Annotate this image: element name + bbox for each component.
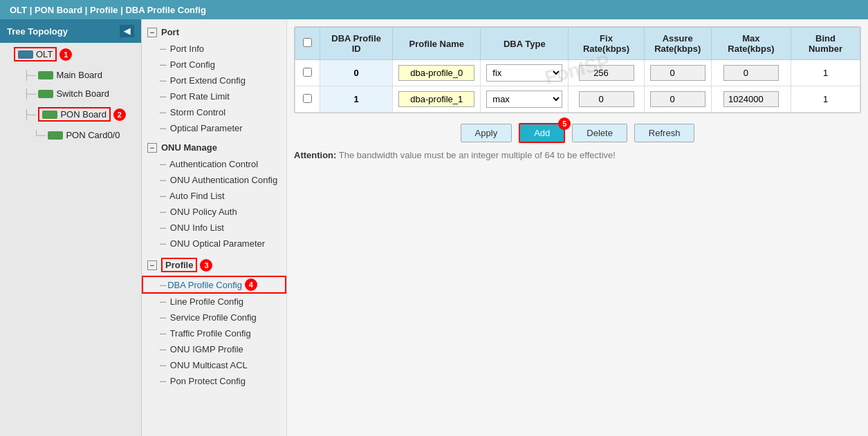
tree-item-mainboard[interactable]: ├─ Main Board [19, 68, 141, 82]
profile-section-label: Profile [165, 260, 193, 270]
nav-item-optical-param[interactable]: ─ Optical Parameter [142, 120, 286, 136]
add-button-wrapper: Add 5 [519, 123, 565, 143]
nav-item-auto-find[interactable]: ─ Auto Find List [142, 188, 286, 204]
row0-assure-rate-cell [644, 60, 711, 86]
row0-dba-type-select[interactable]: fix assure max fixed-assure assure-max [486, 64, 562, 82]
nav-item-onu-auth[interactable]: ─ ONU Authentication Config [142, 172, 286, 188]
switchboard-label: Switch Board [56, 88, 109, 99]
nav-section-port: − Port ─ Port Info ─ Port Config ─ Port … [142, 23, 286, 136]
connector: └─ [33, 130, 46, 140]
row0-profile-name-cell [393, 60, 481, 86]
connector: ├─ [24, 88, 36, 99]
nav-item-onu-info[interactable]: ─ ONU Info List [142, 220, 286, 236]
nav-section-onu-header[interactable]: − ONU Manage [142, 139, 286, 156]
row0-profile-name-input[interactable] [398, 65, 474, 81]
mainboard-icon [38, 71, 53, 79]
refresh-button[interactable]: Refresh [634, 124, 695, 142]
row1-bind-number: 1 [791, 86, 860, 113]
col-bind-number: Bind Number [791, 28, 860, 60]
tree-item-switchboard[interactable]: ├─ Switch Board [19, 86, 141, 101]
apply-button[interactable]: Apply [461, 124, 513, 142]
col-dba-type: DBA Type [481, 28, 569, 60]
ponboard-badge: 2 [113, 108, 126, 121]
row1-checkbox-cell [295, 86, 320, 113]
sidebar: Tree Topology ◀ OLT 1 ├─ Main Board [0, 19, 142, 436]
olt-device-icon [18, 50, 33, 59]
row1-dba-type-select[interactable]: fix assure max fixed-assure assure-max [486, 91, 562, 108]
row1-profile-name-input[interactable] [398, 91, 474, 107]
delete-button[interactable]: Delete [572, 124, 627, 142]
row0-max-rate-input[interactable] [723, 65, 779, 81]
port-section-label: Port [161, 27, 179, 37]
row1-id: 1 [320, 86, 393, 113]
row1-checkbox[interactable] [303, 94, 312, 103]
tree-item-poncard[interactable]: └─ PON Card0/0 [29, 128, 141, 142]
dba-badge: 4 [245, 278, 257, 291]
ponboard-icon [42, 111, 57, 119]
row0-dba-type-cell: fix assure max fixed-assure assure-max [481, 60, 569, 86]
nav-item-auth-control[interactable]: ─ Authentication Control [142, 156, 286, 172]
tree-node-olt: OLT 1 [0, 43, 141, 66]
nav-item-dba-profile[interactable]: ─ DBA Profile Config 4 [142, 276, 286, 294]
row0-checkbox[interactable] [303, 68, 312, 77]
sidebar-collapse-button[interactable]: ◀ [120, 25, 134, 37]
nav-item-service-profile[interactable]: ─ Service Profile Config [142, 310, 286, 325]
row1-fix-rate-cell [569, 86, 644, 113]
left-nav: − Port ─ Port Info ─ Port Config ─ Port … [142, 19, 287, 436]
olt-label: OLT [36, 49, 53, 59]
nav-section-profile-header[interactable]: − Profile 3 [142, 254, 286, 276]
nav-item-onu-optical[interactable]: ─ ONU Optical Parameter [142, 236, 286, 252]
nav-section-port-header[interactable]: − Port [142, 23, 286, 41]
row1-max-rate-cell [711, 86, 791, 113]
right-panel: FonISP DBA Profile ID Profile Name DBA T… [287, 19, 868, 436]
attention-message: The bandwidth value must be an integer m… [339, 150, 616, 160]
port-expand-icon: − [147, 28, 157, 37]
nav-item-igmp-profile[interactable]: ─ ONU IGMP Profile [142, 341, 286, 357]
mainboard-label: Main Board [56, 70, 102, 80]
row1-profile-name-cell [393, 86, 481, 113]
nav-item-policy-auth[interactable]: ─ ONU Policy Auth [142, 204, 286, 220]
tree-item-olt[interactable]: OLT 1 [10, 45, 141, 64]
profile-expand-icon: − [147, 260, 157, 270]
nav-item-port-info[interactable]: ─ Port Info [142, 41, 286, 57]
sidebar-header: Tree Topology ◀ [0, 19, 141, 43]
olt-badge: 1 [59, 48, 72, 61]
row0-assure-rate-input[interactable] [650, 65, 705, 81]
nav-item-pon-protect[interactable]: ─ Pon Protect Config [142, 373, 286, 389]
row0-bind-number: 1 [791, 60, 860, 86]
nav-item-port-rate[interactable]: ─ Port Rate Limit [142, 88, 286, 104]
tree-item-ponboard[interactable]: ├─ PON Board 2 [19, 105, 141, 124]
nav-item-storm-control[interactable]: ─ Storm Control [142, 104, 286, 120]
profile-items: ─ DBA Profile Config 4 ─ Line Profile Co… [142, 276, 286, 389]
row1-assure-rate-cell [644, 86, 711, 113]
nav-item-multicast-acl[interactable]: ─ ONU Multicast ACL [142, 357, 286, 373]
onu-section-label: ONU Manage [161, 142, 217, 153]
attention-text: Attention: The bandwidth value must be a… [294, 150, 861, 160]
ponboard-label: PON Board [60, 109, 106, 120]
col-fix-rate: Fix Rate(kbps) [569, 28, 644, 60]
row1-fix-rate-input[interactable] [579, 91, 634, 107]
nav-section-profile: − Profile 3 ─ DBA Profile Config 4 ─ Lin… [142, 254, 286, 389]
row1-dba-type-cell: fix assure max fixed-assure assure-max [481, 86, 569, 113]
nav-item-traffic-profile[interactable]: ─ Traffic Profile Config [142, 325, 286, 341]
table-row: 1 fix assure max fixed-assure [295, 86, 860, 113]
port-items: ─ Port Info ─ Port Config ─ Port Extend … [142, 41, 286, 136]
profile-section-label-box: Profile [161, 258, 197, 272]
nav-item-line-profile[interactable]: ─ Line Profile Config [142, 294, 286, 310]
col-dba-id: DBA Profile ID [320, 28, 393, 60]
tree-node-mainboard: ├─ Main Board [0, 66, 141, 84]
nav-section-onu: − ONU Manage ─ Authentication Control ─ … [142, 139, 286, 252]
nav-item-port-config[interactable]: ─ Port Config [142, 57, 286, 73]
poncard-icon [48, 131, 63, 140]
profile-badge: 3 [200, 259, 212, 272]
breadcrumb: OLT | PON Board | Profile | DBA Profile … [0, 0, 868, 19]
row0-max-rate-cell [711, 60, 791, 86]
row1-assure-rate-input[interactable] [650, 91, 705, 107]
dba-profile-label: DBA Profile Config [167, 280, 242, 290]
table-row: 0 fix assure max fixed-assure [295, 60, 860, 86]
row0-fix-rate-input[interactable] [579, 65, 634, 81]
table-container: FonISP DBA Profile ID Profile Name DBA T… [294, 26, 861, 113]
select-all-checkbox[interactable] [303, 38, 312, 47]
nav-item-port-extend[interactable]: ─ Port Extend Config [142, 73, 286, 88]
row1-max-rate-input[interactable] [723, 91, 779, 107]
